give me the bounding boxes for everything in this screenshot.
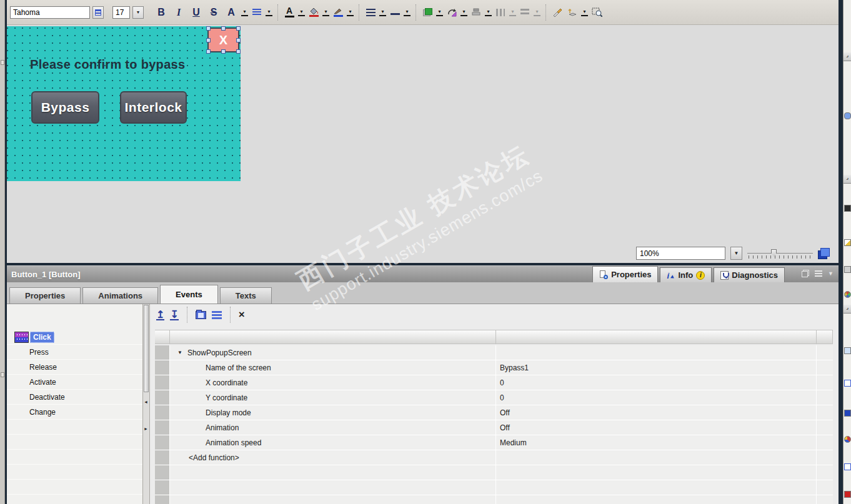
selection-handle[interactable]	[206, 38, 211, 42]
tab-properties[interactable]: Properties	[9, 287, 81, 304]
rotate-dropdown-icon[interactable]: ▾	[460, 9, 467, 16]
font-name-input[interactable]	[10, 6, 90, 19]
event-list-item-deactivate[interactable]: Deactivate	[7, 390, 142, 405]
selection-handle[interactable]	[236, 26, 241, 31]
table-row-animation-speed[interactable]: Animation speed Medium	[155, 435, 833, 450]
table-row-x-coordinate[interactable]: X coordinate 0	[155, 375, 833, 390]
table-row-showpopupscreen[interactable]: ▼ShowPopupScreen	[155, 345, 833, 360]
row-header-cell[interactable]	[155, 375, 170, 390]
line-style-button[interactable]	[364, 6, 377, 19]
selection-handle[interactable]	[206, 26, 211, 31]
row-header-cell[interactable]	[155, 405, 170, 420]
scrollbar-thumb[interactable]	[144, 305, 149, 392]
italic-button[interactable]: I	[171, 5, 186, 20]
object-order-dropdown-icon[interactable]: ▾	[581, 9, 588, 16]
event-list-item-release[interactable]: Release	[7, 360, 142, 375]
text-align-button[interactable]	[251, 6, 263, 19]
panel-icon[interactable]	[844, 491, 851, 498]
table-row-screen-name[interactable]: Name of the screen Bypass1	[155, 360, 833, 375]
panel-icon[interactable]	[844, 266, 851, 273]
line-style-dropdown-icon[interactable]: ▾	[379, 9, 386, 16]
table-row-y-coordinate[interactable]: Y coordinate 0	[155, 390, 833, 405]
font-color-dropdown-icon[interactable]: ▾	[298, 9, 305, 16]
collapse-icon[interactable]: ▼	[828, 270, 834, 277]
font-color-button[interactable]: A	[283, 6, 296, 19]
panel-icon[interactable]	[844, 239, 851, 246]
left-scroll-button[interactable]	[1, 372, 4, 377]
selection-handle[interactable]	[206, 49, 211, 54]
align-dropdown-icon[interactable]: ▾	[266, 9, 272, 16]
underline-button[interactable]: U	[189, 5, 204, 20]
row-header-cell[interactable]	[155, 435, 170, 450]
tab-texts[interactable]: Texts	[220, 287, 272, 304]
tab-properties-view[interactable]: Properties	[592, 266, 658, 282]
splitter-collapse-icon[interactable]: ◄	[144, 400, 148, 404]
left-scroll-button[interactable]	[1, 60, 4, 65]
font-size-dropdown-icon[interactable]: ▾	[241, 9, 248, 16]
font-size-input[interactable]	[112, 6, 130, 19]
event-list-scrollbar[interactable]: ◄ ►	[142, 304, 150, 504]
table-row-display-mode[interactable]: Display mode Off	[155, 405, 833, 420]
format-painter-button[interactable]	[551, 6, 564, 19]
event-list-item-press[interactable]: Press	[7, 345, 142, 360]
background-color-dropdown-icon[interactable]: ▾	[322, 9, 329, 16]
object-order-button[interactable]	[566, 6, 579, 19]
panel-icon[interactable]	[844, 410, 851, 417]
table-row-empty[interactable]	[155, 465, 833, 480]
line-width-button[interactable]	[389, 6, 401, 19]
move-up-button[interactable]: ↥	[156, 310, 164, 320]
float-window-icon[interactable]	[802, 270, 809, 277]
popup-screen-canvas[interactable]: Please confirm to bypass Bypass Interloc…	[7, 26, 241, 181]
font-grow-button[interactable]: A	[224, 5, 239, 20]
font-list-button[interactable]	[92, 6, 104, 19]
table-row-add-function[interactable]: <Add function>	[155, 450, 833, 465]
panel-icon[interactable]	[844, 112, 851, 119]
line-width-dropdown-icon[interactable]: ▾	[404, 9, 411, 16]
row-header-cell[interactable]	[155, 360, 170, 375]
table-row-empty[interactable]	[155, 495, 833, 504]
zoom-level-input[interactable]	[636, 247, 725, 260]
background-color-button[interactable]	[307, 6, 320, 19]
fit-to-screen-icon[interactable]	[818, 248, 830, 259]
font-size-dropdown[interactable]: ▾	[132, 6, 144, 19]
screen-message-text[interactable]: Please confirm to bypass	[30, 57, 185, 72]
selection-handle[interactable]	[221, 49, 226, 54]
object-fill-button[interactable]	[421, 6, 434, 19]
rotate-button[interactable]	[445, 6, 458, 19]
zoom-selection-button[interactable]	[590, 6, 603, 19]
event-list-item-click[interactable]: Click	[7, 330, 142, 345]
event-list-item-change[interactable]: Change	[7, 405, 142, 420]
move-down-button[interactable]: ↧	[170, 310, 178, 320]
panel-icon[interactable]	[844, 205, 851, 212]
panel-section-chevron[interactable]: ›	[844, 175, 851, 184]
interlock-button[interactable]: Interlock	[120, 91, 187, 124]
tab-info-view[interactable]: i Info i	[660, 267, 712, 282]
border-color-button[interactable]	[332, 6, 344, 19]
expand-folder-button[interactable]	[196, 311, 206, 319]
tab-events[interactable]: Events	[160, 285, 218, 304]
row-header-cell[interactable]	[155, 390, 170, 405]
panel-icon[interactable]	[844, 436, 851, 443]
popup-close-button[interactable]: X	[207, 27, 239, 52]
row-header-cell[interactable]	[155, 450, 170, 465]
panel-section-chevron[interactable]: ›	[844, 305, 851, 314]
align-objects-button[interactable]	[470, 6, 482, 19]
tab-animations[interactable]: Animations	[82, 287, 158, 304]
selection-handle[interactable]	[221, 26, 226, 31]
panel-section-chevron[interactable]: ›	[844, 52, 851, 61]
object-fill-dropdown-icon[interactable]: ▾	[436, 9, 443, 16]
border-color-dropdown-icon[interactable]: ▾	[347, 9, 354, 16]
zoom-slider[interactable]	[747, 248, 813, 259]
splitter-expand-icon[interactable]: ►	[144, 427, 148, 431]
same-size-button[interactable]	[519, 6, 531, 19]
screen-editor-workarea[interactable]: Please confirm to bypass Bypass Interloc…	[7, 25, 839, 263]
row-header-cell[interactable]	[155, 420, 170, 435]
panel-icon[interactable]	[844, 380, 851, 387]
event-list-item-activate[interactable]: Activate	[7, 375, 142, 390]
panel-icon[interactable]	[844, 291, 851, 298]
tab-diagnostics-view[interactable]: Diagnostics	[714, 267, 785, 282]
bold-button[interactable]: B	[154, 5, 169, 20]
panel-icon[interactable]	[844, 463, 851, 470]
selection-handle[interactable]	[236, 49, 241, 54]
row-header-cell[interactable]	[155, 345, 170, 360]
